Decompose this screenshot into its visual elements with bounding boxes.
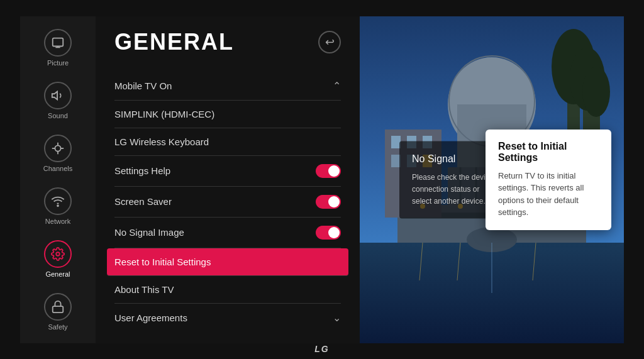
page-header: GENERAL ↩	[114, 29, 341, 55]
sidebar-label-sound: Sound	[48, 112, 68, 119]
tv-screen: Picture Sound	[20, 16, 624, 343]
sidebar: Picture Sound	[20, 16, 96, 343]
mobile-tv-on-label: Mobile TV On	[114, 80, 172, 91]
sidebar-label-network: Network	[45, 218, 70, 225]
sidebar-item-channels[interactable]: Channels	[20, 128, 96, 179]
sidebar-label-safety: Safety	[48, 323, 67, 331]
screen-saver-toggle[interactable]	[316, 195, 341, 209]
chevron-down-icon: ⌄	[333, 312, 341, 324]
sidebar-label-channels: Channels	[43, 165, 72, 172]
menu-list: Mobile TV On ⌃ SIMPLINK (HDMI-CEC) LG Wi…	[114, 72, 341, 332]
svg-point-4	[55, 145, 60, 151]
settings-help-toggle[interactable]	[316, 164, 341, 178]
menu-item-simplink[interactable]: SIMPLINK (HDMI-CEC)	[114, 101, 341, 128]
screen-saver-label: Screen Saver	[114, 196, 172, 207]
menu-item-reset-initial[interactable]: Reset to Initial Settings	[107, 248, 348, 276]
main-content: GENERAL ↩ Mobile TV On ⌃ SIMPLINK (HDMI-…	[96, 16, 360, 343]
sidebar-item-sound[interactable]: Sound	[20, 75, 96, 126]
tv-bottom: LG	[314, 344, 329, 354]
tooltip-body: Return TV to its initial settings. This …	[498, 170, 599, 219]
right-panel: No Signal Please check the device connec…	[360, 16, 624, 343]
menu-item-user-agreements[interactable]: User Agreements ⌄	[114, 304, 341, 332]
tv-frame: Picture Sound	[0, 0, 644, 359]
menu-item-settings-help[interactable]: Settings Help	[114, 156, 341, 187]
about-tv-label: About This TV	[114, 284, 174, 295]
svg-point-32	[582, 67, 610, 117]
sidebar-label-picture: Picture	[47, 59, 69, 67]
sidebar-item-accessibility[interactable]: Accessibility	[20, 340, 96, 343]
sidebar-item-general[interactable]: General	[20, 234, 96, 284]
no-signal-image-label: No Signal Image	[114, 227, 184, 238]
network-icon	[44, 187, 72, 215]
sidebar-item-safety[interactable]: Safety	[20, 287, 96, 337]
menu-item-wireless-keyboard[interactable]: LG Wireless Keyboard	[114, 128, 341, 156]
menu-item-about-tv[interactable]: About This TV	[114, 276, 341, 304]
sidebar-item-picture[interactable]: Picture	[20, 23, 96, 73]
reset-tooltip: Reset to Initial Settings Return TV to i…	[486, 130, 611, 230]
sidebar-label-general: General	[45, 270, 70, 278]
back-button[interactable]: ↩	[318, 31, 341, 53]
menu-item-screen-saver[interactable]: Screen Saver	[114, 187, 341, 218]
no-signal-image-toggle[interactable]	[316, 226, 341, 240]
menu-item-no-signal-image[interactable]: No Signal Image	[114, 218, 341, 248]
wireless-keyboard-label: LG Wireless Keyboard	[114, 136, 209, 147]
svg-point-9	[57, 205, 58, 206]
safety-icon	[44, 293, 72, 321]
page-title: GENERAL	[114, 29, 234, 55]
menu-item-mobile-tv-on[interactable]: Mobile TV On ⌃	[114, 72, 341, 101]
svg-rect-0	[53, 38, 64, 46]
svg-rect-11	[53, 306, 64, 312]
sidebar-item-network[interactable]: Network	[20, 181, 96, 231]
tooltip-title: Reset to Initial Settings	[498, 141, 599, 163]
svg-marker-3	[52, 91, 57, 99]
channels-icon	[44, 135, 72, 162]
user-agreements-label: User Agreements	[114, 312, 187, 323]
chevron-up-icon: ⌃	[333, 80, 341, 92]
reset-initial-label: Reset to Initial Settings	[114, 257, 211, 267]
simplink-label: SIMPLINK (HDMI-CEC)	[114, 109, 214, 119]
settings-help-label: Settings Help	[114, 165, 170, 176]
svg-point-10	[56, 252, 60, 256]
tv-logo: LG	[314, 344, 329, 354]
picture-icon	[44, 29, 72, 57]
sound-icon	[44, 82, 72, 109]
general-icon	[44, 240, 72, 268]
